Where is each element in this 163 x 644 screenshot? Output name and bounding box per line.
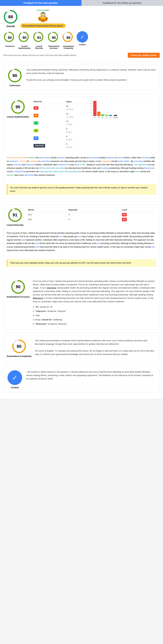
hl-preventive: preventive <box>41 160 50 162</box>
content-card-left: ✓ Content <box>7 370 23 389</box>
top-tabs: Feedback for the main question Feedback … <box>0 0 163 6</box>
hl-treatment1: treatment <box>9 160 18 162</box>
info-bar-text: If the scores are low, please click the … <box>3 54 77 56</box>
lex-soph-card-right: Word list Types A1 84(60.87%) <box>32 100 156 151</box>
lex-b2-count: 8 <box>66 128 67 130</box>
lex-soph-label: Lexical Sophistication <box>18 45 31 49</box>
gram-acc-score: 90 <box>52 36 56 40</box>
lex-unlisted-count: 6 <box>66 143 67 145</box>
lex-table: Word list Types A1 84(60.87%) <box>32 100 88 150</box>
hl-exercise: exercise <box>13 164 21 166</box>
hl-for-chronic: for chronic health issues. In the long r… <box>82 170 135 173</box>
svg-point-11 <box>41 19 45 22</box>
mascot-area: Let's try again! <box>20 9 66 28</box>
sub-score-gram-comp: 80 Grammatical Complexity <box>62 31 75 49</box>
hl-productivity: productivity. Although treating existing <box>109 167 144 169</box>
bar-c1-label: C1 <box>110 116 112 119</box>
lex-div-card: 91 Lexical Diversity Words Repeated Leve… <box>3 204 160 270</box>
sample-answer-button[interactable]: Check our sample answer <box>128 53 160 58</box>
hl-emphasizing: emphasizing <box>14 170 25 173</box>
lex-soph-essay: From my point of view, I believe the gov… <box>7 156 156 177</box>
y-axis-80: 80 <box>90 102 92 105</box>
coherence-card-score: 90 <box>12 73 17 78</box>
rep-table: Words Repeated Level Can 3 A1 And <box>27 208 156 222</box>
info-bar: If the scores are low, please click the … <box>3 52 160 59</box>
divider-5 <box>3 333 160 333</box>
lex-div-note: There are just a few repeated words, kee… <box>7 259 156 267</box>
lex-soph-score: 90 <box>22 36 26 40</box>
rep-word-can: Can <box>27 212 67 217</box>
coherence-circle: 90 <box>3 31 16 44</box>
divider-6 <box>3 364 160 364</box>
lex-soph-note: You rock! Only the top students got this… <box>7 184 156 195</box>
hl-illnesses1: illnesses <box>144 167 152 169</box>
overall-label: Overall <box>6 25 15 28</box>
coherence-card-left: 90 Coherence <box>7 68 23 87</box>
hl-prevent: prevent <box>117 156 124 159</box>
lex-a1-pct: (60.87%) <box>66 108 74 110</box>
svg-point-6 <box>41 15 42 17</box>
hl-lease-of-life: lease of life <box>75 164 85 166</box>
content-card-label: Content <box>11 386 19 389</box>
lex-div-card-score: 91 <box>13 212 17 218</box>
hl-improves: improves <box>102 160 111 162</box>
hl-to-prevent1: to <box>115 156 117 159</box>
hl-improve: improve <box>7 174 14 176</box>
content-label: Content <box>79 44 86 46</box>
hl-the: the <box>36 156 39 159</box>
hl-illnessess: Illnessess <box>33 297 43 299</box>
bar-b2-rect <box>105 114 108 116</box>
sub-scores-row: 90 Coherence 90 Lexical Sophistication <box>3 31 160 49</box>
gram-comp-circle: 80 <box>62 31 75 44</box>
y-axis-60: 60 <box>90 105 92 108</box>
lex-soph-circle: 90 <box>18 31 31 44</box>
hl-kill-two: kill two birds with one stone <box>40 167 64 169</box>
content-text: , the answer is highly relevant to the q… <box>26 370 156 380</box>
lex-b2-pct: (5.8%) <box>66 131 71 133</box>
gram-acc-circle: 90 <box>47 31 60 44</box>
hl-lives: lives more <box>14 174 24 176</box>
divider-2 <box>3 93 160 94</box>
level-badge-b2: B2 <box>34 129 38 132</box>
hl-help-avoid: help avoid the need to go to the drawing… <box>40 170 82 173</box>
lex-div-card-circle: 91 <box>8 208 22 222</box>
lex-soph-card-circle: 90 <box>10 100 25 114</box>
hl-healthy1: healthy <box>99 156 106 159</box>
gram-acc-label: Grammatical Accuracy <box>47 45 60 49</box>
table-row: Can 3 A1 <box>27 212 156 217</box>
coherence-text1: Your writing demonstrated strong coheren… <box>26 68 156 75</box>
coherence-card: 90 Coherence Your writing demonstrated s… <box>3 65 160 90</box>
y-axis-90: 90 <box>90 100 92 102</box>
bar-unlisted-rect <box>114 115 117 116</box>
tab-main[interactable]: Feedback for the main question <box>0 0 81 6</box>
gram-acc-essay: From my point of view, I believe the gov… <box>33 280 156 304</box>
hl-boosting: boosting <box>101 167 109 169</box>
hl-by-reducing: by reducing future healthcare costs and <box>65 167 101 169</box>
coherence-card-circle: 90 <box>7 68 22 83</box>
hl-can3: can <box>36 246 39 248</box>
bar-b2: B2 <box>105 114 108 119</box>
gram-comp-score: 80 <box>66 36 70 40</box>
lex-soph-card-left: 90 Lexical Sophistication <box>7 100 29 151</box>
bar-c1: C1 <box>109 115 112 119</box>
rep-can-count: 3 <box>67 212 121 217</box>
sub-score-gram-acc: 90 Grammatical Accuracy <box>47 31 60 49</box>
svg-point-9 <box>44 16 45 16</box>
hl-money: money and <box>140 170 150 173</box>
gram-acc-card-score: 90 <box>16 284 20 289</box>
bar-a1-rect <box>93 101 97 116</box>
lex-a2-pct: (17.39%) <box>66 116 74 118</box>
lex-div-card-right: Words Repeated Level Can 3 A1 And <box>27 208 156 226</box>
hl-save: save <box>135 170 139 173</box>
hl-promoting1: promoting <box>90 156 99 159</box>
y-axis-40: 40 <box>90 108 92 110</box>
correction-2: 2. "improves" should be "improve" <box>33 309 156 313</box>
hl-and4: and <box>97 242 101 244</box>
gram-acc-card-circle: 90 <box>11 280 25 294</box>
hl-measures1: measures can help people get and stay in… <box>50 160 102 162</box>
hl-experience: experience <box>58 164 68 166</box>
sub-score-content: ✓ Content <box>77 31 88 46</box>
lex-bar-chart-area: 90 80 60 40 20 0 A1 <box>90 100 156 119</box>
correction-1: 1. "fo" should be "of" <box>33 305 156 309</box>
tab-followup[interactable]: Feedback for the follow up question <box>81 0 163 6</box>
